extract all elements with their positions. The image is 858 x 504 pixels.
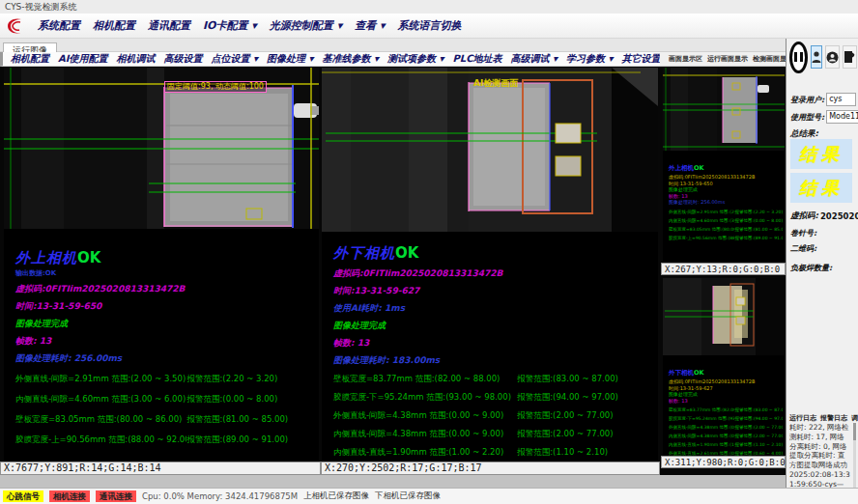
menu-item-io-config[interactable]: IO卡配置 ▾ — [203, 18, 257, 33]
mini-measure-row: 内侧直线-间隙=4.60mm 范围:(3.00 ~ 6.00) 报警范围:(0.… — [669, 218, 783, 223]
measure-row: 胶膜宽度-下=95.24mm 范围:(93.00 ~ 98.00) 报警范围:(… — [333, 392, 650, 404]
left-done: 图像处理完成 — [15, 318, 311, 330]
middle-ai-elapsed: 使用AI耗时: 1ms — [333, 302, 650, 315]
middle-camera-image[interactable] — [322, 68, 658, 232]
measure-row: 壁板宽度=83.77mm 范围:(82.00 ~ 88.00) 报警范围:(83… — [333, 374, 650, 385]
virtual-code-label: 虚拟码: — [790, 210, 818, 222]
mini-measure-row: 内侧直线-直线=1.90mm 范围:(1.00 ~ 2.20) 报警范围:(1.… — [669, 442, 783, 447]
top-camera-saved-status: 上相机已保存图像 — [303, 490, 369, 502]
neg-weld-label: 负极焊数量: — [790, 263, 832, 273]
middle-cursor-coordinates: X:270;Y:2502;R:17;G:17;B:17 — [321, 462, 660, 475]
toolbar-camera-debug[interactable]: 相机调试 — [116, 52, 155, 66]
measure-value: 内侧直线-直线=1.90mm 范围:(1.00 ~ 2.20) — [333, 447, 517, 459]
measure-value: 内侧直线-间隙=4.38mm 范围:(0.00 ~ 9.00) — [333, 429, 517, 440]
middle-camera-result-panel: 外下相机OK 虚拟码:0FITIim2025020813313472B 时间:1… — [322, 232, 658, 462]
measure-value: 壁板宽度=83.77mm 范围:(82.00 ~ 88.00) — [333, 374, 517, 385]
toolbar: 相机配置 AI使用配置 相机调试 高级设置 点位设置 ▾ 图像处理 ▾ 基准线参… — [0, 52, 660, 67]
menu-item-system-config[interactable]: 系统配置 — [38, 18, 80, 33]
alarm-range: 报警范围:(94.00 ~ 97.00) — [517, 392, 650, 404]
measure-row: 内侧直线-直线=1.90mm 范围:(1.00 ~ 2.20) 报警范围:(1.… — [333, 447, 650, 459]
mini2-cursor-coordinates: X:311;Y:980;R:0;G:0;B:0 — [661, 456, 786, 468]
preview-header-run-display[interactable]: 运行画面显示 — [707, 54, 748, 64]
menu-item-light-config[interactable]: 光源控制配置 ▾ — [270, 18, 342, 33]
menu-item-camera-config[interactable]: 相机配置 — [93, 18, 135, 33]
admin-button[interactable] — [825, 45, 840, 69]
middle-frames: 帧数: 13 — [333, 337, 650, 350]
left-time: 时间:13-31-59-650 — [15, 300, 311, 313]
toolbar-plc-address[interactable]: PLC地址表 — [453, 52, 502, 66]
mini-measure-row: 内侧直线-间隙=4.38mm 范围:(0.00 ~ 9.00) 报警范围:(2.… — [669, 434, 783, 438]
bottom-gray-strip — [0, 475, 786, 488]
bottom-camera-saved-status: 下相机已保存图像 — [375, 490, 441, 502]
left-elapsed: 图像处理耗时: 256.00ms — [15, 352, 311, 365]
mini-measure-value: 壁板宽度=83.77mm 范围:(82.00 ~ 88.00) — [669, 407, 734, 412]
mini-measure-value: 外侧直线-间隙=2.91mm 范围:(2.00 ~ 3.50) — [669, 210, 734, 214]
menu-item-language-switch[interactable]: 系统语言切换 — [398, 18, 462, 33]
mini1-title: 外上相机 — [669, 164, 694, 172]
mini2-title: 外下相机 — [669, 369, 694, 377]
mini-preview-2-image[interactable] — [663, 278, 785, 355]
neg-weld-row: 负极焊数量: — [790, 263, 856, 273]
admin-badge-icon — [826, 51, 839, 64]
mini-measure-value: 壁板宽度=83.05mm 范围:(80.00 ~ 86.00) — [669, 227, 734, 232]
log-tab-debug[interactable]: 调试日志 — [851, 413, 858, 423]
mini-alarm-range: 报警范围:(2.00 ~ 77.00) — [734, 434, 783, 438]
toolbar-advanced-settings[interactable]: 高级设置 — [163, 52, 202, 66]
measure-value: 外侧直线-间隙=4.38mm 范围:(0.00 ~ 9.00) — [333, 410, 517, 422]
comm-link-status-chip: 通讯连接 — [96, 490, 136, 502]
mini1-elapsed: 图像处理耗时: 256.00ms — [669, 199, 783, 206]
middle-time: 时间:13-31-59-627 — [333, 285, 650, 297]
sidebar-button-row — [789, 42, 857, 71]
statusbar: 心跳信号 相机连接 通讯连接 Cpu: 0.0% Memory: 3424.41… — [0, 488, 858, 504]
toolbar-image-processing[interactable]: 图像处理 ▾ — [267, 52, 314, 66]
mini-measure-row: 壁板宽度=83.77mm 范围:(82.00 ~ 88.00) 报警范围:(83… — [669, 407, 783, 412]
preview-header: 画面显示区 运行画面显示 检测画面显示 — [660, 52, 786, 67]
menu-item-view[interactable]: 查看 ▾ — [355, 18, 385, 33]
needle-label: 卷针号: — [790, 228, 816, 238]
toolbar-learning-params[interactable]: 学习参数 ▾ — [566, 52, 614, 66]
preview-header-display-area[interactable]: 画面显示区 — [669, 54, 702, 64]
pause-button[interactable] — [789, 42, 808, 73]
left-barcode: 虚拟码:0FITIim2025020813313472B — [15, 283, 311, 295]
toolbar-ai-config[interactable]: AI使用配置 — [58, 52, 107, 66]
toolbar-point-settings[interactable]: 点位设置 ▾ — [211, 52, 258, 66]
alarm-range: 报警范围:(1.10 ~ 2.10) — [517, 447, 650, 459]
mini-alarm-range: 报警范围:(2.20 ~ 3.20) — [734, 210, 783, 214]
mini-measure-row: 胶膜宽度-下=95.24mm 范围:(93.00 ~ 98.00) 报警范围:(… — [669, 416, 783, 421]
qr-label: 二维码: — [790, 243, 816, 254]
log-scrollbar[interactable] — [853, 423, 856, 489]
mini-alarm-range: 报警范围:(83.00 ~ 87.00) — [734, 407, 783, 412]
toolbar-baseline-params[interactable]: 基准线参数 ▾ — [323, 52, 380, 66]
middle-elapsed: 图像处理耗时: 183.00ms — [333, 354, 650, 367]
alarm-range: 报警范围:(83.00 ~ 87.00) — [517, 374, 650, 385]
measure-row: 外侧直线-间隙=2.91mm 范围:(2.00 ~ 3.50) 报警范围:(2.… — [15, 374, 311, 385]
user-login-button[interactable] — [811, 45, 822, 69]
measure-row: 壁板宽度=83.05mm 范围:(80.00 ~ 86.00) 报警范围:(81… — [15, 414, 311, 426]
alarm-range: 报警范围:(0.00 ~ 8.00) — [186, 394, 311, 406]
alarm-range: 报警范围:(2.00 ~ 77.00) — [517, 429, 650, 440]
middle-done: 图像处理完成 — [333, 320, 650, 332]
result-badge-2: 结果 — [790, 173, 852, 203]
model-label: 使用型号: — [790, 112, 824, 123]
mini-alarm-range: 报警范围:(0.00 ~ 8.00) — [734, 218, 783, 223]
login-user-field[interactable]: cys — [826, 93, 856, 106]
measure-row: 内侧直线-间隙=4.38mm 范围:(0.00 ~ 9.00) 报警范围:(2.… — [333, 429, 650, 440]
log-tab-alarm[interactable]: 报警日志 — [820, 413, 847, 423]
pause-icon — [794, 52, 797, 62]
exit-button[interactable] — [843, 45, 857, 69]
menu-item-comm-config[interactable]: 通讯配置 — [148, 18, 190, 33]
mini-alarm-range: 报警范围:(2.00 ~ 77.00) — [734, 425, 783, 430]
virtual-code-row: 虚拟码: 20250208 — [790, 210, 856, 222]
toolbar-camera-config[interactable]: 相机配置 — [11, 52, 49, 66]
pause-icon — [800, 52, 803, 62]
model-select[interactable]: Mode11 — [826, 110, 858, 124]
mini-measure-value: 内侧直线-间隙=4.38mm 范围:(0.00 ~ 9.00) — [669, 434, 734, 438]
mini-preview-1-image[interactable] — [663, 68, 785, 151]
toolbar-test-params[interactable]: 测试项参数 ▾ — [387, 52, 444, 66]
left-camera-ok-status: OK — [77, 249, 100, 266]
log-tab-run[interactable]: 运行日志 — [789, 413, 816, 423]
alarm-range: 报警范围:(2.20 ~ 3.20) — [186, 374, 311, 385]
toolbar-advanced-debug[interactable]: 高级调试 ▾ — [511, 52, 558, 66]
left-camera-image[interactable] — [4, 68, 319, 229]
mini-alarm-range: 报警范围:(94.00 ~ 97.00) — [734, 416, 783, 421]
